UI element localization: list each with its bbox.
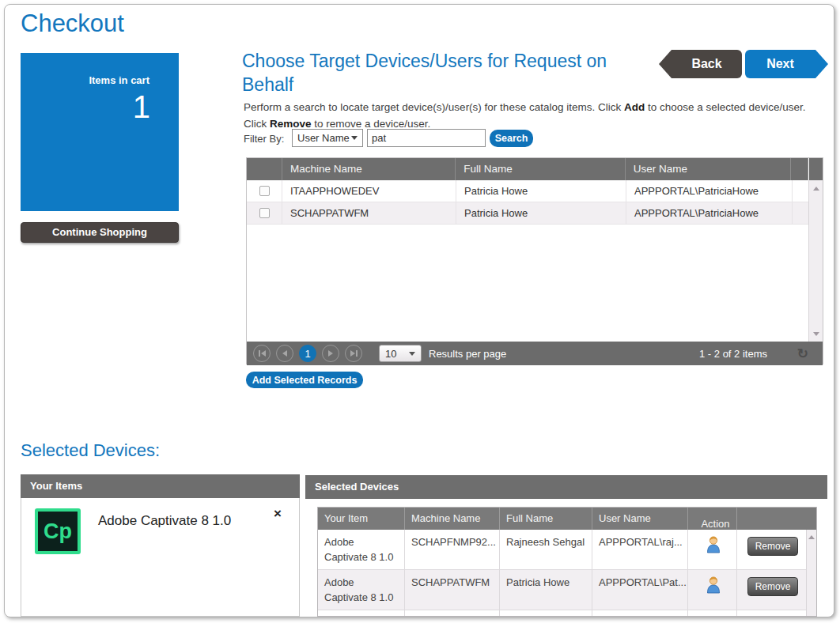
remove-column-header	[737, 508, 807, 530]
arrow-up-icon	[813, 187, 819, 191]
machine-name-cell	[405, 610, 500, 617]
checkbox-cell	[247, 180, 282, 202]
device-search-grid: Machine Name Full Name User Name ITAAPPH…	[246, 157, 823, 364]
machine-name-cell: ITAAPPHOWEDEV	[282, 180, 456, 202]
first-page-button[interactable]	[253, 345, 271, 362]
instructions-text: Perform a search to locate target device…	[244, 100, 827, 133]
next-button[interactable]: Next	[745, 50, 815, 78]
first-page-icon	[259, 350, 260, 357]
full-name-column-header[interactable]: Full Name	[500, 508, 592, 530]
table-row[interactable]: SCHAPPATWFM Patricia Howe APPPORTAL\Patr…	[247, 202, 823, 225]
cart-item-name: Adobe Captivate 8 1.0	[98, 513, 231, 554]
cart-item: Cp Adobe Captivate 8 1.0 ×	[21, 498, 299, 554]
filter-by-label: Filter By:	[244, 133, 284, 145]
items-count-label: 1 - 2 of 2 items	[699, 348, 767, 360]
cart-count: 1	[21, 89, 179, 124]
selected-devices-panel: Selected Devices Your Item Machine Name …	[305, 475, 827, 617]
table-row: Adobe Captivate 8 1.0 SCHAPFNMP92... Raj…	[318, 530, 816, 570]
instructions-bold-add: Add	[624, 101, 645, 113]
full-name-cell: Rajneesh Sehgal	[500, 530, 592, 569]
your-item-cell: Adobe Captivate 8 1.0	[318, 570, 405, 610]
arrow-down-icon	[813, 332, 819, 336]
add-selected-records-button[interactable]: Add Selected Records	[246, 372, 363, 388]
machine-name-cell: SCHAPPATWFM	[282, 202, 456, 224]
refresh-icon[interactable]: ↻	[797, 345, 808, 362]
remove-button[interactable]: Remove	[747, 577, 798, 596]
action-column-header[interactable]: Action	[688, 508, 737, 530]
scrollbar-column-header	[808, 158, 823, 180]
scroll-up-button[interactable]	[807, 531, 816, 542]
instructions-part1: Perform a search to locate target device…	[244, 101, 624, 113]
filter-field-value: User Name	[297, 132, 350, 144]
action-cell	[688, 610, 737, 617]
grid-body: ITAAPPHOWEDEV Patricia Howe APPPORTAL\Pa…	[247, 180, 823, 342]
your-items-header: Your Items	[21, 474, 300, 498]
machine-name-column-header[interactable]: Machine Name	[282, 158, 456, 180]
last-page-icon	[356, 350, 358, 357]
action-cell	[688, 530, 737, 569]
select-column-header	[247, 158, 282, 180]
arrow-left-icon	[282, 350, 287, 357]
chevron-down-icon	[351, 136, 358, 140]
user-icon	[706, 576, 721, 599]
user-icon	[706, 535, 721, 559]
row-checkbox[interactable]	[259, 208, 270, 218]
cart-label: Items in cart	[21, 74, 179, 86]
page-size-value: 10	[385, 348, 396, 360]
arrow-right-icon	[350, 350, 355, 357]
last-page-button[interactable]	[345, 345, 362, 362]
instructions-bold-remove: Remove	[270, 118, 312, 130]
captivate-icon-text: Cp	[44, 519, 72, 544]
user-name-cell	[592, 610, 688, 617]
user-name-cell: APPPORTAL\Pat...	[592, 570, 688, 610]
your-item-cell: Adobe Captivate 8 1.0	[318, 530, 405, 569]
remove-cell: Remove	[737, 570, 807, 610]
checkbox-cell	[247, 202, 282, 224]
results-per-page-label: Results per page	[429, 348, 506, 360]
user-name-cell: APPPORTAL\PatriciaHowe	[626, 202, 793, 224]
search-input[interactable]	[367, 129, 486, 147]
filter-field-select[interactable]: User Name	[292, 129, 363, 147]
arrow-left-icon	[261, 350, 266, 357]
row-checkbox[interactable]	[259, 186, 270, 196]
cart-summary: Items in cart 1	[21, 53, 179, 211]
your-items-panel: Your Items Cp Adobe Captivate 8 1.0 ×	[21, 475, 300, 617]
table-row: Adobe Captivate 8 1.0 SCHAPPATWFM Patric…	[318, 570, 816, 610]
full-name-cell: Patricia Howe	[500, 570, 592, 610]
user-name-column-header[interactable]: User Name	[592, 508, 688, 530]
user-name-column-header[interactable]: User Name	[626, 158, 791, 180]
remove-item-icon[interactable]: ×	[274, 506, 282, 522]
vertical-scrollbar[interactable]	[806, 530, 816, 617]
arrow-right-icon	[328, 350, 333, 357]
selected-devices-grid: Your Item Machine Name Full Name User Na…	[317, 507, 817, 617]
table-row[interactable]: ITAAPPHOWEDEV Patricia Howe APPPORTAL\Pa…	[247, 180, 823, 202]
scroll-up-button[interactable]	[809, 182, 823, 194]
full-name-cell	[500, 610, 592, 617]
back-button[interactable]: Back	[672, 50, 742, 78]
next-page-button[interactable]	[322, 345, 339, 362]
scroll-down-button[interactable]	[809, 327, 823, 340]
full-name-column-header[interactable]: Full Name	[456, 158, 625, 180]
search-button[interactable]: Search	[490, 130, 533, 147]
table-row-partial	[318, 610, 816, 617]
grid-header: Machine Name Full Name User Name	[247, 158, 823, 180]
page-title: Checkout	[21, 9, 124, 38]
selected-devices-header: Selected Devices	[305, 475, 827, 499]
full-name-cell: Patricia Howe	[456, 180, 626, 202]
adobe-captivate-icon: Cp	[35, 508, 81, 554]
your-item-column-header[interactable]: Your Item	[318, 508, 405, 530]
page-size-select[interactable]: 10	[379, 345, 422, 362]
instructions-part3: to remove a device/user.	[312, 118, 431, 130]
current-page-button[interactable]: 1	[299, 345, 316, 362]
selected-devices-heading: Selected Devices:	[21, 440, 160, 461]
grid-header: Your Item Machine Name Full Name User Na…	[318, 508, 816, 530]
user-name-cell: APPPORTAL\PatriciaHowe	[626, 180, 793, 202]
remove-cell: Remove	[737, 530, 807, 569]
remove-button[interactable]: Remove	[747, 537, 798, 556]
prev-page-button[interactable]	[276, 345, 293, 362]
continue-shopping-button[interactable]: Continue Shopping	[21, 222, 179, 243]
user-name-cell: APPPORTAL\raj...	[592, 530, 688, 569]
vertical-scrollbar[interactable]	[808, 180, 823, 342]
machine-name-column-header[interactable]: Machine Name	[405, 508, 500, 530]
remove-cell	[737, 610, 807, 617]
